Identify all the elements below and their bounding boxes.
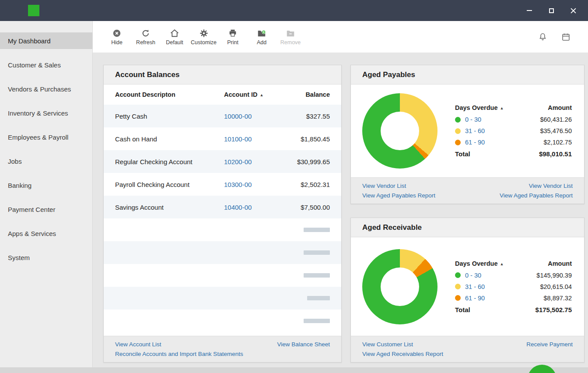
legend-label-link[interactable]: 61 - 90 bbox=[465, 295, 485, 302]
legend-label-link[interactable]: 31 - 60 bbox=[465, 283, 485, 290]
view-vendor-list-link[interactable]: View Vendor List bbox=[529, 183, 573, 189]
account-balance-cell: $327.55 bbox=[281, 113, 330, 120]
customize-button-label: Customize bbox=[191, 39, 217, 46]
legend-row: 0 - 30 $60,431.26 bbox=[455, 116, 572, 123]
aged-receivable-title: Aged Receivable bbox=[351, 218, 584, 237]
right-column: Aged Payables Days Overdue▲ Amount 0 - 3… bbox=[350, 65, 584, 373]
legend-label-link[interactable]: 31 - 60 bbox=[465, 127, 485, 134]
folder-add-icon bbox=[257, 28, 266, 38]
app-logo bbox=[28, 5, 39, 16]
placeholder-bar bbox=[304, 319, 330, 323]
view-vendor-list-link[interactable]: View Vendor List bbox=[362, 183, 435, 189]
placeholder-bar bbox=[304, 273, 330, 278]
calendar-icon bbox=[561, 32, 570, 42]
close-icon bbox=[570, 8, 576, 14]
refresh-button-label: Refresh bbox=[136, 39, 155, 46]
sidebar: My Dashboard Customer & Sales Vendors & … bbox=[0, 21, 93, 373]
view-aged-payables-report-link[interactable]: View Aged Payables Report bbox=[500, 192, 573, 199]
account-id-link[interactable]: 10000-00 bbox=[224, 113, 252, 120]
reconcile-accounts-link[interactable]: Reconcile Accounts and Import Bank State… bbox=[115, 351, 243, 357]
print-button[interactable]: Print bbox=[220, 28, 245, 46]
view-account-list-link[interactable]: View Account List bbox=[115, 341, 161, 348]
account-id-link[interactable]: 10200-00 bbox=[224, 158, 252, 165]
sidebar-item-payment-center[interactable]: Payment Center bbox=[0, 201, 92, 218]
sidebar-item-my-dashboard[interactable]: My Dashboard bbox=[0, 32, 92, 49]
account-description-cell: Payroll Checking Account bbox=[115, 181, 224, 188]
sidebar-item-vendors-purchases[interactable]: Vendors & Purchases bbox=[0, 81, 92, 97]
legend-header-amount: Amount bbox=[548, 260, 572, 267]
close-button[interactable] bbox=[569, 6, 578, 15]
account-balance-cell: $7,500.00 bbox=[281, 204, 330, 211]
column-balance: Balance bbox=[281, 91, 330, 98]
sidebar-item-inventory-services[interactable]: Inventory & Services bbox=[0, 105, 92, 121]
sort-ascending-icon: ▲ bbox=[260, 93, 264, 97]
legend-row: 31 - 60 $20,615.04 bbox=[455, 283, 572, 290]
legend-dot-yellow bbox=[455, 284, 461, 289]
aged-payables-footer: View Vendor List View Aged Payables Repo… bbox=[351, 177, 584, 204]
sidebar-item-customer-sales[interactable]: Customer & Sales bbox=[0, 56, 92, 73]
view-customer-list-link[interactable]: View Customer List bbox=[362, 341, 443, 348]
receive-payment-link[interactable]: Receive Payment bbox=[526, 341, 573, 348]
printer-icon bbox=[228, 28, 238, 38]
legend-total-row: Total $175,502.75 bbox=[455, 306, 572, 313]
placeholder-bar bbox=[304, 228, 330, 232]
account-balances-title: Account Balances bbox=[104, 65, 341, 84]
total-label: Total bbox=[455, 150, 470, 158]
aged-payables-legend: Days Overdue▲ Amount 0 - 30 $60,431.26 3… bbox=[455, 104, 572, 158]
legend-row: 31 - 60 $35,476.50 bbox=[455, 127, 572, 134]
account-balance-cell: $30,999.65 bbox=[281, 158, 330, 165]
hide-button[interactable]: Hide bbox=[104, 28, 130, 46]
legend-header-days-overdue[interactable]: Days Overdue▲ bbox=[455, 104, 504, 111]
refresh-icon bbox=[141, 28, 150, 38]
legend-row: 0 - 30 $145,990.39 bbox=[455, 272, 572, 279]
column-account-id[interactable]: Account ID▲ bbox=[224, 91, 281, 98]
print-button-label: Print bbox=[227, 39, 238, 46]
minimize-button[interactable] bbox=[525, 6, 534, 15]
legend-amount: $2,102.75 bbox=[543, 139, 572, 146]
account-description-cell: Regular Checking Account bbox=[115, 158, 224, 165]
sidebar-item-jobs[interactable]: Jobs bbox=[0, 153, 92, 169]
account-table-header: Account Descripton Account ID▲ Balance bbox=[104, 84, 341, 105]
account-description-cell: Cash on Hand bbox=[115, 135, 224, 143]
legend-row: 61 - 90 $8,897.32 bbox=[455, 295, 572, 302]
calendar-button[interactable] bbox=[561, 32, 570, 42]
aged-receivable-donut-chart bbox=[362, 249, 438, 324]
legend-row: 61 - 90 $2,102.75 bbox=[455, 139, 572, 146]
account-id-link[interactable]: 10300-00 bbox=[224, 181, 252, 188]
aged-receivable-panel: Aged Receivable Days Overdue▲ Amount 0 -… bbox=[350, 218, 584, 362]
account-id-link[interactable]: 10400-00 bbox=[224, 204, 252, 211]
view-aged-payables-report-link[interactable]: View Aged Payables Report bbox=[362, 192, 435, 199]
legend-amount: $8,897.32 bbox=[543, 295, 572, 302]
sidebar-item-system[interactable]: System bbox=[0, 249, 92, 266]
gear-icon bbox=[199, 28, 209, 38]
default-button[interactable]: Default bbox=[162, 28, 187, 46]
remove-button-label: Remove bbox=[280, 39, 301, 46]
view-aged-receivables-report-link[interactable]: View Aged Receivables Report bbox=[362, 351, 443, 357]
legend-header-amount: Amount bbox=[548, 104, 572, 111]
minimize-icon bbox=[527, 10, 532, 11]
sidebar-item-banking[interactable]: Banking bbox=[0, 177, 92, 194]
sidebar-item-apps-services[interactable]: Apps & Services bbox=[0, 225, 92, 242]
dashboard-content: Account Balances Account Descripton Acco… bbox=[93, 53, 588, 373]
maximize-button[interactable] bbox=[547, 6, 556, 15]
column-account-id-label: Account ID bbox=[224, 91, 258, 98]
legend-dot-yellow bbox=[455, 128, 461, 134]
bell-icon bbox=[538, 32, 547, 42]
refresh-button[interactable]: Refresh bbox=[133, 28, 158, 46]
legend-label-link[interactable]: 0 - 30 bbox=[465, 116, 481, 123]
placeholder-row bbox=[104, 218, 341, 241]
sidebar-item-employees-payroll[interactable]: Employees & Payroll bbox=[0, 129, 92, 145]
account-table-body: Petty Cash 10000-00 $327.55 Cash on Hand… bbox=[104, 105, 341, 332]
add-button[interactable]: Add bbox=[249, 28, 274, 46]
legend-label-link[interactable]: 61 - 90 bbox=[465, 139, 485, 146]
customize-button[interactable]: Customize bbox=[191, 28, 217, 46]
table-row: Cash on Hand 10100-00 $1,850.45 bbox=[104, 127, 341, 150]
legend-header-days-overdue[interactable]: Days Overdue▲ bbox=[455, 260, 504, 267]
aged-payables-donut-chart bbox=[362, 93, 438, 169]
notifications-button[interactable] bbox=[538, 32, 547, 42]
remove-button: Remove bbox=[278, 28, 303, 46]
total-amount: $98,010.51 bbox=[539, 150, 572, 158]
legend-label-link[interactable]: 0 - 30 bbox=[465, 272, 481, 279]
account-id-link[interactable]: 10100-00 bbox=[224, 135, 252, 143]
view-balance-sheet-link[interactable]: View Balance Sheet bbox=[277, 341, 330, 348]
